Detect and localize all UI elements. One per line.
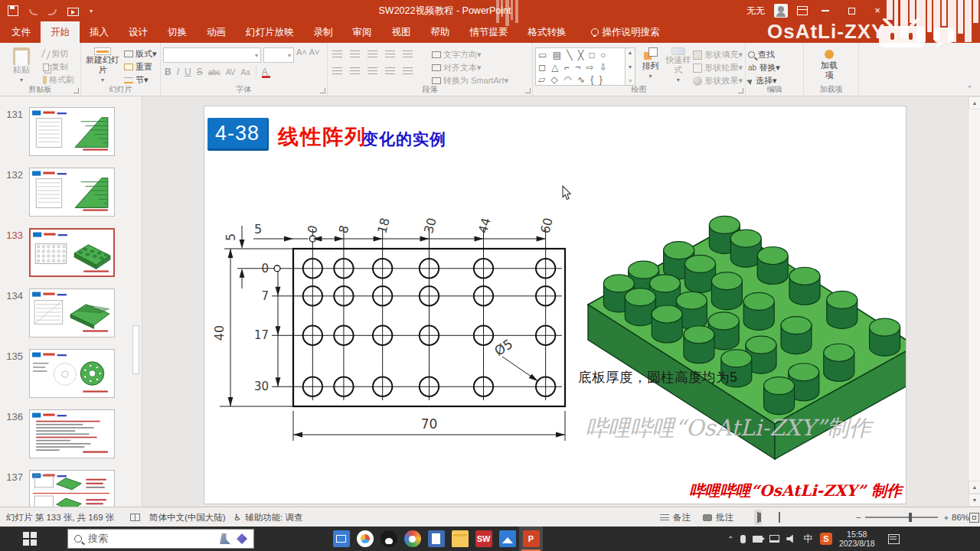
slide-thumbnail-133[interactable]: 133 xyxy=(0,228,142,289)
ime-indicator[interactable]: 中 xyxy=(803,533,813,546)
tab-slideshow[interactable]: 幻灯片放映 xyxy=(236,21,304,43)
tab-transitions[interactable]: 切换 xyxy=(158,21,197,43)
start-slideshow-icon[interactable] xyxy=(67,8,79,16)
clipboard-dialog-launcher[interactable] xyxy=(74,88,79,93)
language-indicator[interactable]: 简体中文(中国大陆) xyxy=(149,507,226,527)
strikethrough-button[interactable]: abc xyxy=(208,68,220,77)
tab-storyboard[interactable]: 情节提要 xyxy=(460,21,518,43)
find-button[interactable]: 查找 xyxy=(748,49,780,60)
text-direction-button[interactable]: 文字方向▾ xyxy=(432,49,508,60)
taskbar-app-qq[interactable] xyxy=(377,527,400,551)
underline-button[interactable]: U xyxy=(185,67,191,77)
slide-thumbnail-134[interactable]: 134 xyxy=(0,289,142,349)
tab-file[interactable]: 文件 xyxy=(2,21,41,43)
reading-view-button[interactable] xyxy=(776,510,783,525)
show-hidden-icons[interactable]: ⌃ xyxy=(727,535,733,543)
search-highlight-icon-2[interactable] xyxy=(237,533,247,544)
slide-thumbnail-131[interactable]: 131 xyxy=(0,107,142,168)
action-center-icon[interactable] xyxy=(888,534,900,544)
taskbar-app-explorer[interactable] xyxy=(448,527,472,551)
qat-customize-icon[interactable]: ▾ xyxy=(90,8,93,15)
save-icon[interactable] xyxy=(8,5,18,16)
bold-button[interactable]: B xyxy=(165,67,172,77)
slide-thumbnail-132[interactable]: 132 xyxy=(0,168,142,228)
network-icon[interactable] xyxy=(769,535,779,543)
font-name-select[interactable]: ▾ xyxy=(163,47,261,63)
quick-styles-button[interactable]: 快速样式▾ xyxy=(665,46,691,85)
comments-button[interactable]: 批注 xyxy=(703,507,733,527)
zoom-slider[interactable] xyxy=(865,507,938,527)
vertical-scrollbar[interactable]: ▲ ▲ ▼ xyxy=(968,96,980,507)
italic-button[interactable]: I xyxy=(177,67,179,77)
undo-icon[interactable] xyxy=(29,9,38,15)
spellcheck-icon[interactable] xyxy=(130,507,140,527)
slide-thumbnail-135[interactable]: 135 xyxy=(0,349,142,409)
character-spacing-button[interactable]: AV xyxy=(226,68,236,77)
align-left-icon[interactable] xyxy=(332,67,342,75)
previous-slide-icon[interactable]: ▲ xyxy=(969,481,980,494)
replace-button[interactable]: ab替换▾ xyxy=(748,62,780,73)
taskbar-app-mail[interactable] xyxy=(329,527,353,551)
shrink-font-icon[interactable]: A˅ xyxy=(309,47,320,63)
paste-button[interactable]: 粘贴▾ xyxy=(2,46,41,85)
taskbar-app-powerpoint[interactable]: P xyxy=(519,527,543,551)
decrease-indent-icon[interactable] xyxy=(368,51,377,58)
increase-indent-icon[interactable] xyxy=(385,51,395,58)
tab-tell-me[interactable]: 操作说明搜索 xyxy=(581,21,670,43)
minimize-button[interactable] xyxy=(817,0,834,21)
volume-icon[interactable] xyxy=(786,535,796,543)
microphone-icon[interactable] xyxy=(740,535,746,543)
tab-animations[interactable]: 动画 xyxy=(197,21,236,43)
change-case-button[interactable]: Aa xyxy=(240,68,250,77)
tab-home[interactable]: 开始 xyxy=(41,21,80,43)
bullets-icon[interactable] xyxy=(332,51,342,58)
tray-s-badge[interactable]: S xyxy=(820,533,832,545)
clock[interactable]: 15:582023/8/18 xyxy=(839,530,875,548)
normal-view-button[interactable] xyxy=(754,510,762,525)
cut-button[interactable]: 剪切 xyxy=(43,48,74,60)
slide-canvas[interactable]: 4-38 线性阵列 变化的实例 0818304460554007173070Ø5… xyxy=(204,106,906,504)
close-button[interactable]: × xyxy=(869,0,886,21)
notes-button[interactable]: 备注 xyxy=(660,507,691,527)
taskbar-app-calculator[interactable] xyxy=(424,527,448,551)
scroll-up-icon[interactable]: ▲ xyxy=(969,96,980,109)
tab-help[interactable]: 帮助 xyxy=(421,21,460,43)
tab-record[interactable]: 录制 xyxy=(304,21,343,43)
zoom-in-button[interactable]: ＋ xyxy=(942,507,951,527)
new-slide-button[interactable]: 新建幻灯片▾ xyxy=(83,46,122,85)
accessibility-status[interactable]: ♿辅助功能: 调查 xyxy=(234,507,303,527)
shape-gallery[interactable]: ▭ ▤ ╲ ╳ □ ○ ◻ △ ⌐ ¬ ⇨ ⇩ ▱ ◇ ◠ ∿ { } xyxy=(535,47,626,86)
numbering-icon[interactable] xyxy=(350,51,360,58)
tab-insert[interactable]: 插入 xyxy=(80,21,119,43)
taskbar-app-solidworks[interactable]: SW xyxy=(472,527,495,551)
line-spacing-icon[interactable] xyxy=(403,51,413,58)
collapse-ribbon-icon[interactable]: ⌃ xyxy=(966,85,972,93)
tab-format-convert[interactable]: 格式转换 xyxy=(518,21,577,43)
shape-fill-button[interactable]: 形状填充▾ xyxy=(693,49,743,60)
slide-thumbnail-137[interactable]: 137 xyxy=(0,470,142,507)
taskbar-app-photos[interactable] xyxy=(495,527,519,551)
slide-thumbnail-136[interactable]: 136 xyxy=(0,409,142,470)
font-color-button[interactable]: A xyxy=(262,67,268,77)
tab-view[interactable]: 视图 xyxy=(382,21,421,43)
layout-button[interactable]: 版式▾ xyxy=(124,48,157,60)
camera-icon[interactable] xyxy=(753,536,763,543)
next-slide-icon[interactable]: ▼ xyxy=(969,494,980,507)
font-size-select[interactable]: ▾ xyxy=(263,47,294,63)
user-avatar[interactable] xyxy=(774,4,788,18)
search-highlight-icon-1[interactable] xyxy=(220,533,230,544)
paragraph-dialog-launcher[interactable] xyxy=(525,88,531,93)
columns-icon[interactable] xyxy=(403,67,413,75)
tab-review[interactable]: 审阅 xyxy=(343,21,382,43)
slideshow-view-button[interactable] xyxy=(787,514,793,520)
redo-icon[interactable] xyxy=(48,9,57,15)
shape-gallery-scroll[interactable]: ▲▼≡ xyxy=(626,47,635,86)
grow-font-icon[interactable]: A˄ xyxy=(296,47,307,63)
thumbnail-scrollbar[interactable] xyxy=(132,325,139,374)
font-dialog-launcher[interactable] xyxy=(320,88,325,93)
user-name[interactable]: 无无 xyxy=(746,5,765,18)
shadow-button[interactable]: S xyxy=(197,67,203,77)
align-right-icon[interactable] xyxy=(368,67,377,75)
arrange-button[interactable]: 排列▾ xyxy=(638,46,663,85)
taskbar-app-browser[interactable] xyxy=(400,527,424,551)
